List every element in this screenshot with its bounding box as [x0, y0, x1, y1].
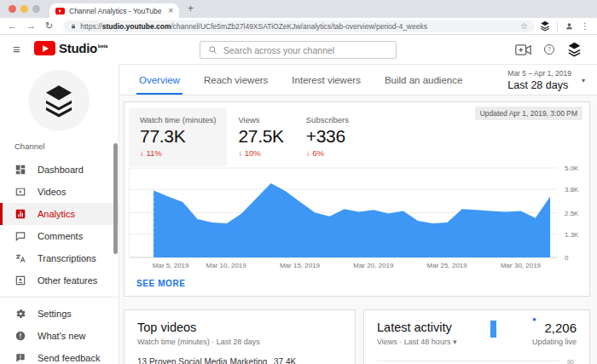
metric-delta-value: 11%: [146, 148, 161, 158]
sidebar-item-analytics[interactable]: Analytics: [0, 203, 119, 225]
y-axis-tick-label: 3.8K: [565, 186, 578, 194]
date-range-picker[interactable]: Mar 5 – Apr 1, 2019 Last 28 days ▾: [507, 69, 585, 91]
tab-build-an-audience[interactable]: Build an audience: [373, 65, 474, 95]
videos-icon: [14, 186, 26, 198]
new-tab-button[interactable]: +: [188, 3, 194, 14]
watch-time-area-chart: 5.0K3.8K2.5K1.3K0: [129, 168, 588, 257]
sidebar-item-label: Other features: [38, 275, 97, 286]
metric-delta-value: 6%: [312, 148, 324, 158]
top-videos-list: 13 Proven Social Media Marketing Tips f.…: [137, 357, 342, 364]
browser-tab[interactable]: Channel Analytics - YouTube S ×: [49, 3, 179, 18]
bookmark-star-icon[interactable]: ☆: [520, 21, 528, 31]
latest-activity-title: Latest activity: [377, 321, 452, 334]
y-axis-tick-label: 2.5K: [565, 209, 578, 217]
sidebar-item-label: Videos: [38, 187, 66, 197]
url-domain: studio.youtube.com: [102, 22, 171, 31]
sidebar-item-dashboard[interactable]: Dashboard: [0, 159, 119, 181]
url-text: https://studio.youtube.com/channel/UCfe5…: [80, 22, 427, 31]
overview-chart-card: Watch time (minutes)77.3K↓ 11%Views27.5K…: [124, 101, 590, 297]
sidebar-item-label: Settings: [38, 309, 72, 319]
reload-icon[interactable]: ↻: [45, 21, 53, 31]
x-axis-tick-label: Mar 10, 2019: [206, 262, 246, 269]
top-videos-title: Top videos: [137, 321, 342, 334]
sidebar-menu: DashboardVideosAnalyticsCommentsTranscri…: [0, 159, 119, 364]
feedback-icon: [14, 352, 26, 364]
browser-tabstrip: Channel Analytics - YouTube S × +: [0, 0, 597, 18]
back-icon[interactable]: ←: [8, 21, 17, 31]
url-prefix: https://: [80, 22, 102, 31]
metric-delta: ↓ 10%: [238, 148, 283, 158]
transcriptions-icon: [14, 252, 26, 264]
top-video-row[interactable]: 13 Proven Social Media Marketing Tips f.…: [137, 357, 342, 364]
see-more-link[interactable]: SEE MORE: [136, 279, 186, 288]
sidebar-divider: [0, 297, 119, 298]
sidebar-item-videos[interactable]: Videos: [0, 181, 119, 203]
browser-toolbar: ← → ↻ https://studio.youtube.com/channel…: [0, 18, 597, 35]
top-videos-subtitle: Watch time (minutes) · Last 28 days: [137, 338, 342, 346]
metric-views[interactable]: Views27.5K↓ 10%: [227, 108, 294, 166]
tab-reach-viewers[interactable]: Reach viewers: [192, 65, 280, 95]
y-axis-tick-label: 0: [565, 254, 568, 262]
metric-value: 77.3K: [140, 126, 216, 147]
sidebar-item-label: What's new: [38, 331, 86, 341]
window-minimize-button[interactable]: [20, 5, 28, 13]
metric-subscribers[interactable]: Subscribers+336↓ 6%: [295, 108, 360, 166]
close-tab-icon[interactable]: ×: [168, 7, 173, 15]
profile-avatar-icon[interactable]: [565, 21, 574, 31]
dashboard-icon: [14, 164, 26, 176]
tab-overview[interactable]: Overview: [127, 65, 192, 95]
create-video-icon[interactable]: [515, 44, 531, 55]
address-bar[interactable]: https://studio.youtube.com/channel/UCfe5…: [63, 20, 535, 32]
studio-logo[interactable]: Studiobeta: [34, 41, 107, 55]
window-zoom-button[interactable]: [32, 5, 40, 13]
search-input[interactable]: [223, 45, 388, 55]
metric-delta: ↓ 11%: [140, 148, 216, 158]
sidebar-item-send-feedback[interactable]: Send feedback: [0, 347, 119, 364]
sidebar-item-comments[interactable]: Comments: [0, 225, 119, 247]
live-dot-icon: ●: [532, 315, 540, 323]
extension-layers-icon[interactable]: [540, 20, 550, 32]
analytics-icon: [14, 208, 26, 220]
top-videos-card: Top videos Watch time (minutes) · Last 2…: [124, 309, 356, 364]
sidebar: Channel DashboardVideosAnalyticsComments…: [0, 64, 119, 364]
x-axis-tick-label: Mar 15, 2019: [280, 262, 320, 269]
studio-header: ≡ Studiobeta ?: [0, 35, 597, 64]
latest-activity-value: 2,206: [544, 321, 577, 335]
channel-avatar-icon[interactable]: [567, 42, 582, 57]
sidebar-item-label: Dashboard: [38, 165, 84, 175]
url-path: /channel/UCfe5mZb27l49XSATiOZeKJw/analyt…: [171, 22, 426, 31]
metric-watch-time-minutes[interactable]: Watch time (minutes)77.3K↓ 11%: [129, 108, 227, 166]
youtube-play-logo-icon: [34, 41, 55, 55]
youtube-favicon-icon: [55, 8, 65, 14]
arrow-down-icon: ↓: [140, 148, 144, 158]
sidebar-item-transcriptions[interactable]: Transcriptions: [0, 247, 119, 269]
x-axis-tick-label: Mar 25, 2019: [427, 262, 467, 269]
channel-avatar[interactable]: [28, 70, 90, 131]
chart-y-labels: 5.0K3.8K2.5K1.3K0: [557, 168, 588, 257]
video-bar-track: [308, 357, 342, 364]
forward-icon[interactable]: →: [26, 21, 36, 31]
tab-interest-viewers[interactable]: Interest viewers: [280, 65, 373, 95]
beta-badge: beta: [98, 43, 107, 49]
metric-delta-value: 10%: [245, 148, 261, 158]
window-close-button[interactable]: [9, 5, 16, 13]
hamburger-menu-icon[interactable]: ≡: [13, 43, 20, 55]
studio-wordmark: Studiobeta: [59, 41, 107, 55]
channel-search[interactable]: [200, 41, 397, 59]
arrow-down-icon: ↓: [306, 148, 310, 158]
sidebar-item-what-s-new[interactable]: What's new: [0, 325, 119, 347]
sidebar-item-label: Comments: [38, 231, 83, 241]
help-icon[interactable]: ?: [543, 43, 555, 55]
sidebar-scrollbar[interactable]: [113, 143, 118, 254]
sidebar-item-other-features[interactable]: Other features: [0, 269, 119, 292]
latest-activity-card: Latest activity 2,206 Views · Last 48 ho…: [363, 309, 590, 364]
comments-icon: [14, 230, 26, 242]
metric-value: +336: [306, 126, 349, 147]
search-icon: [208, 45, 217, 55]
youtube-studio-analytics-window: Channel Analytics - YouTube S × + ← → ↻ …: [0, 0, 597, 364]
latest-activity-filter[interactable]: Views · Last 48 hours ▾: [377, 338, 456, 346]
x-axis-tick-label: Mar 5, 2019: [153, 262, 189, 269]
sidebar-item-settings[interactable]: Settings: [0, 303, 119, 325]
metric-label: Views: [238, 115, 283, 124]
browser-menu-icon[interactable]: ⋮: [581, 21, 589, 31]
